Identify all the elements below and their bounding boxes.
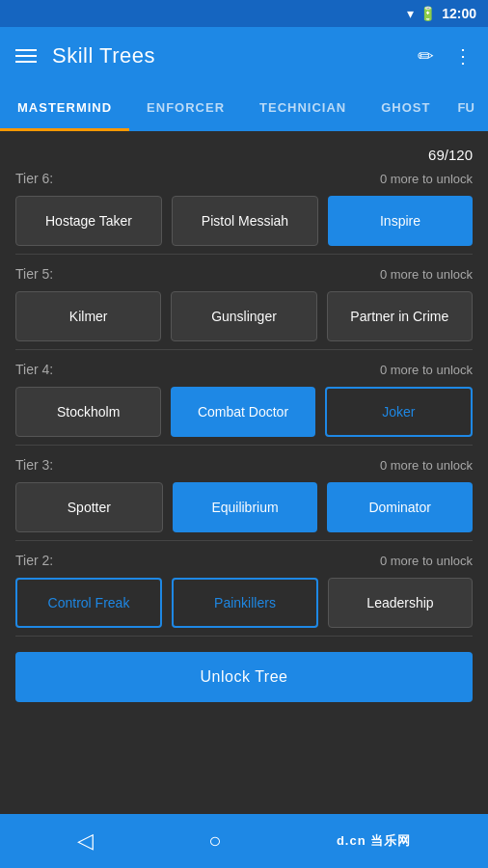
tier-3-header: Tier 5:0 more to unlock bbox=[15, 262, 473, 282]
skill-btn-equilibrium[interactable]: Equilibrium bbox=[173, 482, 318, 532]
bottom-nav: ◁ ○ d.cn 当乐网 bbox=[0, 814, 488, 868]
back-nav-icon[interactable]: ◁ bbox=[77, 828, 94, 854]
tier-4-section: Tier 4:0 more to unlockStockholmCombat D… bbox=[15, 358, 473, 446]
unlock-tree-button[interactable]: Unlock Tree bbox=[15, 652, 473, 702]
tier-5-skills: SpotterEquilibriumDominator bbox=[15, 482, 473, 532]
wifi-icon: ▾ bbox=[407, 6, 414, 21]
skill-btn-hostage-taker[interactable]: Hostage Taker bbox=[15, 196, 162, 246]
tier-3-unlock-text: 0 more to unlock bbox=[380, 267, 473, 282]
tier-3-section: Tier 5:0 more to unlockKilmerGunslingerP… bbox=[15, 262, 473, 350]
tier-6-header: Tier 2:0 more to unlock bbox=[15, 549, 473, 568]
skill-btn-pistol-messiah[interactable]: Pistol Messiah bbox=[172, 196, 318, 246]
tier-4-label: Tier 4: bbox=[15, 362, 53, 377]
tier-3-skills: KilmerGunslingerPartner in Crime bbox=[15, 291, 473, 341]
app-bar-title: Skill Trees bbox=[52, 43, 402, 68]
app-bar: Skill Trees ✏ ⋮ bbox=[0, 27, 488, 85]
edit-icon[interactable]: ✏ bbox=[418, 44, 434, 68]
skill-btn-dominator[interactable]: Dominator bbox=[327, 482, 473, 532]
tier-6-label: Tier 2: bbox=[15, 553, 53, 568]
tier-6-section: Tier 2:0 more to unlockControl FreakPain… bbox=[15, 549, 473, 637]
skill-btn-control-freak[interactable]: Control Freak bbox=[15, 578, 162, 628]
skill-btn-leadership[interactable]: Leadership bbox=[328, 578, 473, 628]
tier-5-header: Tier 3:0 more to unlock bbox=[15, 453, 473, 473]
tier-5-unlock-text: 0 more to unlock bbox=[380, 458, 473, 473]
hamburger-menu-icon[interactable] bbox=[15, 49, 37, 63]
app-bar-actions: ✏ ⋮ bbox=[418, 44, 473, 68]
status-bar: ▾ 🔋 12:00 bbox=[0, 0, 488, 27]
tier-4-header: Tier 4:0 more to unlock bbox=[15, 358, 473, 377]
tier-2-label: Tier 6: bbox=[15, 171, 53, 186]
tier-6-skills: Control FreakPainkillersLeadership bbox=[15, 578, 473, 628]
tier-6-unlock-text: 0 more to unlock bbox=[380, 554, 473, 568]
skill-btn-painkillers[interactable]: Painkillers bbox=[172, 578, 318, 628]
tab-enforcer[interactable]: ENFORCER bbox=[129, 85, 242, 129]
tab-fugitive[interactable]: FU bbox=[447, 85, 483, 129]
skill-btn-combat-doctor[interactable]: Combat Doctor bbox=[171, 387, 314, 437]
tab-mastermind[interactable]: MASTERMIND bbox=[0, 85, 129, 129]
skill-btn-kilmer[interactable]: Kilmer bbox=[15, 291, 161, 341]
skill-btn-gunslinger[interactable]: Gunslinger bbox=[171, 291, 316, 341]
tiers-container: Tier 6:0 more to unlockHostage TakerPist… bbox=[15, 167, 473, 637]
skill-tree-content: 69/120 Tier 6:0 more to unlockHostage Ta… bbox=[0, 131, 488, 718]
tier-4-unlock-text: 0 more to unlock bbox=[380, 363, 473, 377]
points-counter: 69/120 bbox=[15, 139, 473, 167]
tier-4-skills: StockholmCombat DoctorJoker bbox=[15, 387, 473, 437]
tier-5-label: Tier 3: bbox=[15, 457, 53, 473]
tier-5-section: Tier 3:0 more to unlockSpotterEquilibriu… bbox=[15, 453, 473, 541]
tab-ghost[interactable]: GHOST bbox=[364, 85, 447, 129]
tier-2-unlock-text: 0 more to unlock bbox=[380, 172, 473, 186]
tabs-bar: MASTERMIND ENFORCER TECHNICIAN GHOST FU bbox=[0, 85, 488, 131]
tab-technician[interactable]: TECHNICIAN bbox=[242, 85, 364, 129]
skill-btn-inspire[interactable]: Inspire bbox=[328, 196, 473, 246]
tier-2-section: Tier 6:0 more to unlockHostage TakerPist… bbox=[15, 167, 473, 255]
logo-text: d.cn 当乐网 bbox=[337, 832, 411, 850]
home-nav-icon[interactable]: ○ bbox=[208, 828, 221, 854]
skill-btn-partner-in-crime[interactable]: Partner in Crime bbox=[327, 291, 473, 341]
tier-2-skills: Hostage TakerPistol MessiahInspire bbox=[15, 196, 473, 246]
skill-btn-spotter[interactable]: Spotter bbox=[15, 482, 163, 532]
skill-btn-stockholm[interactable]: Stockholm bbox=[15, 387, 161, 437]
tier-3-label: Tier 5: bbox=[15, 266, 53, 282]
status-time: 12:00 bbox=[442, 6, 476, 21]
tier-2-header: Tier 6:0 more to unlock bbox=[15, 167, 473, 186]
main-content: 69/120 Tier 6:0 more to unlockHostage Ta… bbox=[0, 131, 488, 814]
more-options-icon[interactable]: ⋮ bbox=[453, 44, 473, 68]
battery-icon: 🔋 bbox=[420, 6, 436, 21]
skill-btn-joker[interactable]: Joker bbox=[325, 387, 473, 437]
